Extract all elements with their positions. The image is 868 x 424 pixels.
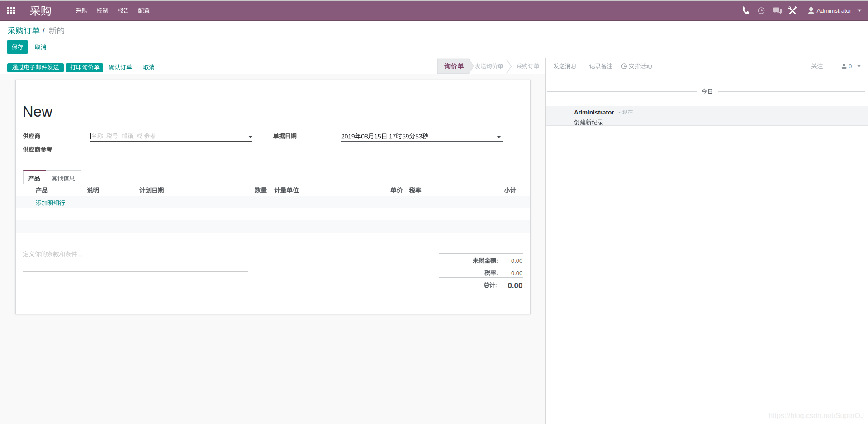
svg-text:Administrator: Administrator xyxy=(817,7,852,14)
svg-text:0.00: 0.00 xyxy=(511,257,522,264)
svg-text:-: - xyxy=(619,109,621,115)
svg-text:New: New xyxy=(23,103,52,120)
svg-text:0.00: 0.00 xyxy=(511,270,522,276)
svg-text:/: / xyxy=(43,26,45,35)
svg-text:Administrator: Administrator xyxy=(574,109,614,116)
svg-text:https://blog.csdn.net/SuperOJ: https://blog.csdn.net/SuperOJ xyxy=(768,412,864,419)
svg-text:0.00: 0.00 xyxy=(508,281,522,290)
svg-text:0: 0 xyxy=(849,63,852,70)
